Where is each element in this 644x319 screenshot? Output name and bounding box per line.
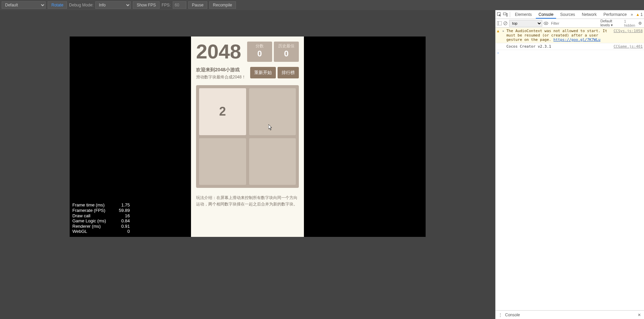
live-expr-icon[interactable] (544, 21, 548, 26)
tile: 2 (199, 88, 246, 135)
score-box: 分数 0 (247, 42, 272, 62)
tab-network[interactable]: Network (579, 11, 599, 18)
stat-row: Frame time (ms)1.75 (72, 202, 130, 208)
clear-console-icon[interactable] (503, 21, 508, 26)
message-source[interactable]: CCSys.js:1058 (614, 29, 643, 33)
svg-rect-3 (497, 21, 502, 25)
stat-row: Framerate (FPS)59.89 (72, 208, 130, 213)
game-help: 玩法介绍：在屏幕上滑动来控制所有数字块向同一个方向运动，两个相同数字块撞在一起之… (196, 195, 299, 207)
message-text: Cocos Creator v2.3.1 (506, 44, 612, 49)
rotate-button[interactable]: Rotate (48, 1, 67, 9)
tab-sources[interactable]: Sources (557, 11, 578, 18)
fps-label: FPS: (162, 3, 171, 7)
device-icon[interactable] (503, 12, 508, 17)
svg-point-8 (545, 23, 547, 24)
pause-button[interactable]: Pause (188, 1, 207, 9)
warning-count[interactable]: ▲1 (636, 12, 643, 17)
restart-button[interactable]: 重新开始 (250, 67, 276, 78)
best-box: 历史最佳 0 (274, 42, 299, 62)
toolbar: Default Rotate Debug Mode: Info Show FPS… (0, 0, 644, 10)
empty-cell (249, 138, 296, 185)
welcome-text: 欢迎来到2048小游戏 (196, 67, 248, 73)
tab-elements[interactable]: Elements (512, 11, 534, 18)
preview-area: 2048 分数 0 历史最佳 0 欢迎来到2048小游戏 滑动数字块最终合成20… (0, 10, 495, 319)
game-title: 2048 (196, 42, 245, 62)
filter-input[interactable] (550, 21, 599, 26)
console-body[interactable]: ▲ ▸ The AudioContext was not allowed to … (496, 28, 644, 310)
game-2048[interactable]: 2048 分数 0 历史最佳 0 欢迎来到2048小游戏 滑动数字块最终合成20… (191, 36, 304, 237)
context-select[interactable]: top (509, 20, 542, 27)
message-link[interactable]: https://goo.gl/7K7WLu (553, 38, 600, 42)
game-canvas[interactable]: 2048 分数 0 历史最佳 0 欢迎来到2048小游戏 滑动数字块最终合成20… (70, 36, 426, 237)
hidden-count[interactable]: 1 hidden (624, 19, 637, 27)
expand-icon[interactable]: ▸ (502, 29, 505, 33)
stat-row: Renderer (ms)0.91 (72, 224, 130, 229)
devtools-drawer: ⋮ Console ✕ (496, 310, 644, 319)
inspect-icon[interactable] (497, 12, 502, 17)
drawer-tab-console[interactable]: Console (505, 313, 520, 317)
more-tabs-icon[interactable]: » (631, 12, 633, 17)
close-icon[interactable]: ✕ (637, 312, 642, 318)
separator (510, 12, 510, 17)
best-label: 历史最佳 (277, 43, 295, 49)
empty-cell (199, 138, 246, 185)
preset-select[interactable]: Default (2, 1, 46, 9)
svg-rect-1 (503, 13, 506, 15)
message-text: The AudioContext was not allowed to star… (506, 29, 612, 42)
show-fps-button[interactable]: Show FPS (133, 1, 160, 9)
stat-row: Game Logic (ms)0.84 (72, 218, 130, 224)
levels-dropdown[interactable]: Default levels ▾ (600, 19, 623, 27)
fps-input[interactable] (173, 1, 186, 9)
leaderboard-button[interactable]: 排行榜 (278, 67, 299, 78)
debug-mode-label: Debug Mode: (69, 3, 93, 7)
recompile-button[interactable]: Recompile (209, 1, 236, 9)
settings-icon[interactable]: ⚙ (638, 21, 643, 26)
console-message[interactable]: ▲ ▸ The AudioContext was not allowed to … (496, 28, 644, 43)
svg-line-6 (504, 22, 507, 24)
empty-cell (249, 88, 296, 135)
devtools-panel: Elements Console Sources Network Perform… (495, 10, 644, 319)
debug-mode-select[interactable]: Info (95, 1, 131, 9)
score-value: 0 (251, 49, 269, 58)
instruction-text: 滑动数字块最终合成2048！ (196, 74, 248, 80)
devtools-tabbar: Elements Console Sources Network Perform… (496, 10, 644, 19)
kebab-icon[interactable]: ⋮ (498, 312, 503, 318)
stat-row: WebGL0 (72, 229, 130, 234)
console-filterbar: top Default levels ▾ 1 hidden ⚙ (496, 19, 644, 28)
stats-overlay: Frame time (ms)1.75 Framerate (FPS)59.89… (72, 202, 130, 234)
tab-performance[interactable]: Performance (601, 11, 629, 18)
stat-row: Draw call16 (72, 213, 130, 219)
svg-rect-2 (506, 14, 507, 16)
console-message[interactable]: Cocos Creator v2.3.1 CCGame.js:401 (496, 43, 644, 50)
best-value: 0 (277, 49, 295, 58)
tab-console[interactable]: Console (536, 11, 556, 19)
score-label: 分数 (251, 43, 269, 49)
game-board[interactable]: 2 (196, 85, 299, 188)
console-prompt[interactable]: › (496, 50, 644, 56)
message-source[interactable]: CCGame.js:401 (614, 44, 643, 49)
warning-icon: ▲ (497, 29, 501, 33)
sidebar-toggle-icon[interactable] (497, 21, 502, 26)
